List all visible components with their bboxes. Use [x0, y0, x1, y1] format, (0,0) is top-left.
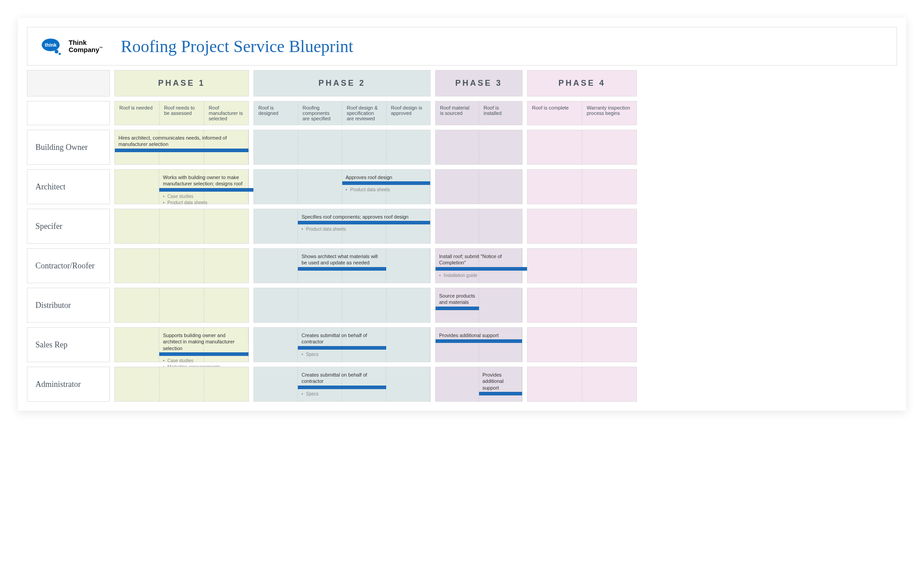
task-admin-p3: Provides additional support: [479, 370, 523, 395]
task-text: Specifies roof components; approves roof…: [298, 212, 430, 221]
sub-col: Roof is complete: [527, 101, 582, 125]
role-row-architect: Architect Works with building owner to m…: [27, 169, 897, 204]
phase1-subs: Roof is needed Roof needs to be assessed…: [114, 101, 249, 125]
sub-col: Warranty inspection process begins: [582, 101, 636, 125]
role-label: Architect: [27, 169, 110, 204]
phase4-subs: Roof is complete Warranty inspection pro…: [527, 101, 637, 125]
task-notes: Specs: [298, 350, 386, 360]
role-row-distributor: Distributor Source products and material…: [27, 288, 897, 323]
role-cell: Creates submittal on behalf of contracto…: [253, 367, 431, 402]
task-bar: [342, 181, 431, 185]
task-bar: [436, 307, 479, 310]
role-label: Sales Rep: [27, 327, 110, 362]
task-notes: Specs: [298, 389, 386, 399]
task-bar: [115, 149, 248, 152]
role-row-building-owner: Building Owner Hires architect, communic…: [27, 130, 897, 165]
task-salesrep-p3: Provides additional support: [436, 330, 522, 343]
svg-point-1: [55, 50, 58, 53]
task-bar: [298, 386, 386, 389]
task-text: Creates submittal on behalf of contracto…: [298, 330, 386, 346]
task-salesrep-p1: Supports building owner and architect in…: [159, 330, 248, 372]
role-cell: Shows architect what materials will be u…: [253, 248, 431, 283]
role-row-contractor: Contractor/Roofer Shows architect what m…: [27, 248, 897, 283]
svg-point-2: [59, 53, 61, 55]
task-text: Approves roof design: [342, 172, 431, 181]
task-distributor-p3: Source products and materials: [436, 291, 479, 310]
task-text: Hires architect, communicates needs, inf…: [115, 133, 248, 149]
task-salesrep-p2: Creates submittal on behalf of contracto…: [298, 330, 386, 360]
logo-line2: Company™: [69, 46, 103, 54]
sub-col: Roof is needed: [115, 101, 160, 125]
role-label: Building Owner: [27, 130, 110, 165]
task-contractor-p2: Shows architect what materials will be u…: [298, 251, 386, 271]
sub-col: Roof material is sourced: [436, 101, 479, 125]
task-text: Provides additional support: [436, 330, 522, 339]
task-architect-p2: Approves roof design Product data sheets: [342, 172, 431, 195]
role-cell: Source products and materials: [435, 288, 523, 323]
role-cell: [435, 169, 523, 204]
note-item: Case studies: [163, 358, 245, 364]
task-bar: [298, 221, 430, 224]
role-cell: [435, 209, 523, 244]
note-item: Specs: [301, 391, 383, 397]
role-cell: Install roof; submit "Notice of Completi…: [435, 248, 523, 283]
role-cell: Supports building owner and architect in…: [114, 327, 249, 362]
phase4-header: PHASE 4: [527, 70, 637, 96]
role-cell: [527, 327, 637, 362]
note-item: Product data sheets: [301, 226, 427, 232]
sub-col: Roof manufacturer is selected: [204, 101, 248, 125]
sub-col: Roofing components are specified: [298, 101, 343, 125]
subphase-row: Roof is needed Roof needs to be assessed…: [27, 101, 897, 125]
svg-text:think: think: [45, 42, 57, 48]
task-specifier-p2: Specifies roof components; approves roof…: [298, 212, 430, 234]
sub-col: Roof design is approved: [387, 101, 431, 125]
blueprint-container: think Think Company™ Roofing Project Ser…: [18, 18, 906, 411]
phase3-header: PHASE 3: [435, 70, 523, 96]
note-item: Specs: [301, 351, 383, 358]
phase1-header: PHASE 1: [114, 70, 249, 96]
sub-col: Roof is designed: [254, 101, 298, 125]
role-cell: Provides additional support: [435, 327, 523, 362]
role-cell: Specifies roof components; approves roof…: [253, 209, 431, 244]
task-bar: [298, 346, 386, 350]
role-row-salesrep: Sales Rep Supports building owner and ar…: [27, 327, 897, 362]
phase2-header: PHASE 2: [253, 70, 431, 96]
role-cell: [114, 288, 249, 323]
empty-cell: [27, 101, 110, 125]
role-label: Contractor/Roofer: [27, 248, 110, 283]
role-cell: Creates submittal on behalf of contracto…: [253, 327, 431, 362]
role-row-admin: Administrator Creates submittal on behal…: [27, 367, 897, 402]
task-admin-p2: Creates submittal on behalf of contracto…: [298, 370, 386, 399]
logo-text: Think Company™: [69, 39, 103, 54]
task-text: Creates submittal on behalf of contracto…: [298, 370, 386, 386]
task-bar: [479, 392, 523, 395]
role-label: Distributor: [27, 288, 110, 323]
task-text: Source products and materials: [436, 291, 479, 307]
task-architect-p1: Works with building owner to make manufa…: [159, 172, 248, 208]
role-cell: Works with building owner to make manufa…: [114, 169, 249, 204]
task-text: Shows architect what materials will be u…: [298, 251, 386, 267]
role-cell: [527, 209, 637, 244]
sub-col: Roof is installed: [479, 101, 522, 125]
role-cell: [253, 288, 431, 323]
task-notes: Product data sheets: [342, 185, 431, 195]
role-cell: Hires architect, communicates needs, inf…: [114, 130, 249, 165]
task-bar: [159, 352, 248, 356]
role-cell: [527, 169, 637, 204]
page-title: Roofing Project Service Blueprint: [121, 36, 353, 56]
task-contractor-p3: Install roof; submit "Notice of Completi…: [436, 251, 522, 281]
note-item: Product data sheets: [346, 187, 427, 193]
role-cell: [114, 209, 249, 244]
corner-cell: [27, 70, 110, 96]
header: think Think Company™ Roofing Project Ser…: [27, 27, 897, 66]
sub-col: Roof design & specification are reviewed: [342, 101, 387, 125]
task-notes: Case studies Product data sheets: [159, 192, 248, 208]
phase2-subs: Roof is designed Roofing components are …: [253, 101, 431, 125]
role-row-specifier: Specifer Specifies roof components; appr…: [27, 209, 897, 244]
task-text: Provides additional support: [479, 370, 523, 392]
think-logo-icon: think: [41, 37, 63, 55]
note-item: Product data sheets: [163, 200, 245, 206]
logo-line1: Think: [69, 39, 103, 47]
phase-header-row: PHASE 1 PHASE 2 PHASE 3 PHASE 4: [27, 70, 897, 96]
task-bar: [298, 267, 386, 271]
